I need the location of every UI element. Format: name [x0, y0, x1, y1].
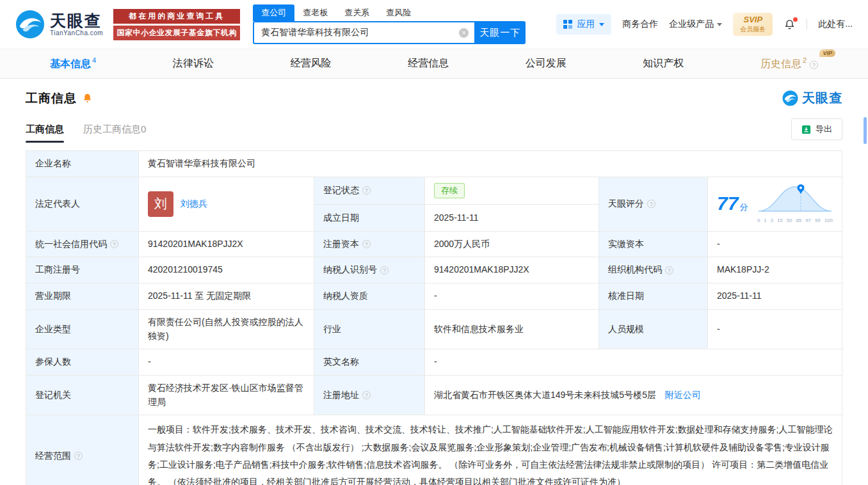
menu-enterprise-products[interactable]: 企业级产品 [669, 19, 722, 30]
table-row: 统一社会信用代码 91420201MAK18PJJ2X 注册资本 2000万人民… [26, 231, 842, 257]
company-name-label: 企业名称 [26, 151, 139, 177]
table-row: 经营范围 一般项目：软件开发;技术服务、技术开发、技术咨询、技术交流、技术转让、… [26, 415, 842, 485]
search-button[interactable]: 天眼一下 [474, 21, 526, 44]
help-icon[interactable] [362, 240, 371, 248]
legal-rep-link[interactable]: 刘德兵 [181, 197, 207, 211]
reg-authority-label: 登记机关 [26, 375, 139, 415]
divider [807, 19, 807, 29]
business-scope-value: 一般项目：软件开发;技术服务、技术开发、技术咨询、技术交流、技术转让、技术推广;… [139, 415, 842, 485]
approve-date-value: 2025-11-11 [708, 283, 842, 310]
notification-bell[interactable] [784, 19, 796, 31]
nearby-companies-link[interactable]: 附近公司 [665, 390, 701, 400]
establish-date-value: 2025-11-11 [425, 205, 599, 232]
reg-capital-label: 注册资本 [314, 231, 425, 257]
search-input[interactable] [254, 28, 474, 38]
apps-label: 应用 [577, 19, 595, 30]
apps-menu[interactable]: 应用 [556, 14, 611, 35]
help-icon[interactable] [647, 200, 655, 208]
score-value: 77分 0131550859799100 [708, 177, 842, 231]
help-icon[interactable] [810, 61, 818, 69]
staff-size-value: - [708, 309, 842, 349]
credit-code-value: 91420201MAK18PJJ2X [139, 231, 314, 257]
menu-business-cooperation[interactable]: 商务合作 [622, 19, 658, 30]
svip-membership[interactable]: SVIP 会员服务 [733, 13, 773, 36]
legal-rep-avatar[interactable]: 刘 [148, 191, 173, 217]
help-icon[interactable] [665, 266, 673, 274]
grid-icon [563, 20, 572, 29]
search-tab-risk[interactable]: 查风险 [378, 4, 419, 21]
help-icon[interactable] [110, 240, 118, 248]
taxpayer-quality-value: - [425, 283, 599, 310]
business-term-value: 2025-11-11 至 无固定期限 [139, 283, 314, 310]
basic-info-count: 4 [92, 56, 96, 64]
table-row: 企业类型 有限责任公司(自然人投资或控股的法人独资) 行业 软件和信息技术服务业… [26, 309, 842, 349]
reg-number-value: 420201210019745 [139, 257, 314, 283]
subtab-history-business-info[interactable]: 历史工商信息0 [83, 123, 146, 143]
logo-title: 天眼查 [50, 12, 103, 30]
top-header: 天眼查 TianYanCha.com 都在用的商业查询工具 国家中小企业发展子基… [0, 0, 868, 49]
insured-label: 参保人数 [26, 349, 139, 376]
establish-date-label: 成立日期 [314, 205, 425, 232]
reg-capital-value: 2000万人民币 [425, 231, 599, 257]
notification-dot [793, 17, 798, 22]
scrollbar-thumb[interactable] [864, 117, 867, 144]
user-menu[interactable]: 此处有... [818, 19, 853, 30]
approve-date-label: 核准日期 [599, 283, 708, 310]
watermark-text: 天眼查 [802, 90, 842, 107]
header-menu: 应用 商务合作 企业级产品 SVIP 会员服务 此处有... [556, 13, 853, 36]
score-label: 天眼评分 [599, 177, 708, 231]
paid-capital-value: - [708, 231, 842, 257]
help-icon[interactable] [362, 186, 371, 195]
industry-label: 行业 [314, 309, 425, 349]
tianyancha-logo-icon [15, 10, 45, 39]
help-icon[interactable] [380, 266, 389, 274]
help-icon[interactable] [362, 391, 371, 399]
business-term-label: 营业期限 [26, 283, 139, 310]
clear-icon[interactable] [459, 28, 469, 38]
nav-tab-intellectual-property[interactable]: 知识产权 [643, 57, 684, 70]
enterprise-label: 企业级产品 [669, 19, 714, 30]
nav-tab-company-development[interactable]: 公司发展 [526, 57, 567, 70]
nav-tab-basic-info[interactable]: 基本信息4 [50, 56, 96, 71]
org-code-value: MAK18PJJ-2 [708, 257, 842, 283]
site-logo[interactable]: 天眼查 TianYanCha.com [15, 10, 103, 39]
reg-authority-value: 黄石经济技术开发区·铁山区市场监督管理局 [139, 375, 314, 415]
english-name-value: - [425, 349, 842, 376]
export-excel-icon [801, 125, 811, 134]
export-button[interactable]: 导出 [791, 118, 842, 140]
address-label: 注册地址 [314, 375, 425, 415]
monitor-bell-icon[interactable] [82, 93, 93, 104]
bell-curve-icon [757, 183, 833, 212]
legal-rep-label: 法定代表人 [26, 177, 139, 231]
score-number: 77 [717, 193, 738, 214]
nav-tab-history-info[interactable]: VIP 历史信息2 [760, 56, 818, 71]
nav-tab-operating-info[interactable]: 经营信息 [408, 57, 449, 70]
svip-label: SVIP [740, 15, 766, 25]
company-type-label: 企业类型 [26, 309, 139, 349]
chevron-down-icon [717, 23, 722, 26]
company-name-value: 黄石智谱华章科技有限公司 [139, 151, 842, 177]
table-row: 营业期限 2025-11-11 至 无固定期限 纳税人资质 - 核准日期 202… [26, 283, 842, 310]
slogan-line-1: 都在用的商业查询工具 [113, 9, 240, 24]
credit-code-label: 统一社会信用代码 [26, 231, 139, 257]
legal-rep-value: 刘 刘德兵 [139, 177, 314, 231]
staff-size-label: 人员规模 [599, 309, 708, 349]
table-row: 法定代表人 刘 刘德兵 登记状态 存续 天眼评分 77分 [26, 177, 842, 204]
company-type-value: 有限责任公司(自然人投资或控股的法人独资) [139, 309, 314, 349]
score-unit: 分 [739, 202, 748, 212]
address-text: 湖北省黄石市开铁区奥体大道149号未来科技城5号楼5层 [434, 390, 656, 400]
search-tab-boss[interactable]: 查老板 [294, 4, 336, 21]
slogan-badge: 都在用的商业查询工具 国家中小企业发展子基金旗下机构 [113, 9, 240, 40]
help-icon[interactable] [74, 452, 83, 460]
logo-subtitle: TianYanCha.com [50, 29, 103, 36]
nav-tab-legal-proceedings[interactable]: 法律诉讼 [173, 57, 214, 70]
subtab-business-info[interactable]: 工商信息 [26, 123, 64, 143]
search-block: 查公司 查老板 查关系 查风险 天眼一下 [253, 4, 526, 44]
search-tab-relation[interactable]: 查关系 [336, 4, 378, 21]
chevron-down-icon [599, 23, 604, 26]
taxpayer-id-value: 91420201MAK18PJJ2X [425, 257, 599, 283]
search-tab-company[interactable]: 查公司 [253, 4, 294, 21]
status-badge: 存续 [434, 183, 465, 198]
address-value: 湖北省黄石市开铁区奥体大道149号未来科技城5号楼5层 附近公司 [425, 375, 842, 415]
nav-tab-operating-risk[interactable]: 经营风险 [290, 57, 331, 70]
